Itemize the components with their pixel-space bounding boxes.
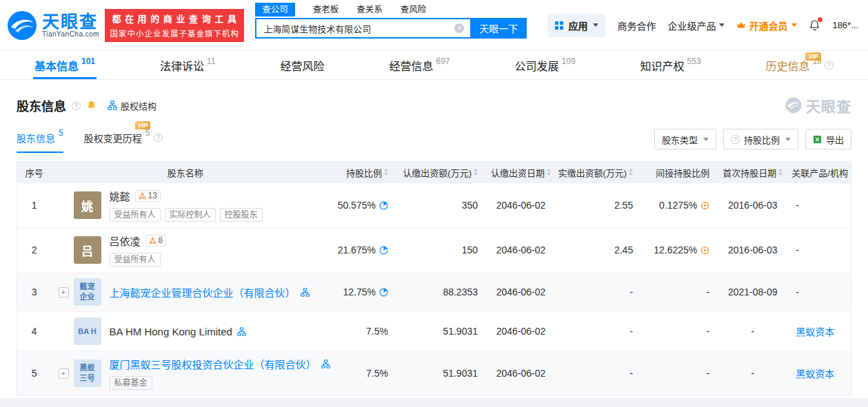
nav-business-cooperation[interactable]: 商务合作 <box>617 19 656 32</box>
ratio-filter-dropdown[interactable]: ? 持股比例 <box>723 129 798 149</box>
main-tab-5[interactable]: 公司发展109 <box>515 51 576 79</box>
tab-label: 公司发展 <box>515 57 559 74</box>
subscribed-amount-cell: 150 <box>395 228 485 273</box>
pie-chart-icon[interactable] <box>379 201 388 210</box>
main-tab-4[interactable]: 经营信息697 <box>390 51 450 79</box>
pie-chart-icon[interactable] <box>379 246 388 255</box>
column-header-label: 认缴出资日期 <box>491 166 545 179</box>
sort-icon[interactable] <box>384 169 388 176</box>
main-tab-2[interactable]: 法律诉讼11 <box>160 51 215 79</box>
column-header: 关联产品/机构 <box>789 162 851 183</box>
related-product: - <box>796 244 799 255</box>
tab-count: 109 <box>562 56 576 66</box>
expand-button[interactable]: + <box>59 368 69 379</box>
related-cell: 黑蚁资本 <box>789 351 851 396</box>
subscribed-amount-cell: 51.9031 <box>395 312 485 351</box>
section-title: 股东信息 <box>17 96 66 114</box>
main-tab-1[interactable]: 基本信息101 <box>34 51 95 79</box>
sort-icon[interactable] <box>629 169 633 176</box>
shareholder-name[interactable]: 姚懿 <box>110 189 130 203</box>
shareholder-type-dropdown[interactable]: 股东类型 <box>654 129 716 149</box>
notification-bell[interactable] <box>809 19 820 32</box>
first-date-cell: 2016-06-03 <box>716 183 789 228</box>
shareholder-type-label: 股东类型 <box>662 133 698 146</box>
nav-enterprise-products[interactable]: 企业级产品 <box>667 19 725 32</box>
equity-structure-icon[interactable] <box>237 327 246 336</box>
nav-open-vip[interactable]: 开通会员 <box>736 19 797 32</box>
row-index-cell: 5 <box>17 351 52 396</box>
top-nav: 应用 商务合作 企业级产品 开通会员 <box>547 14 858 37</box>
equity-structure-icon[interactable] <box>301 288 310 297</box>
subtab-1[interactable]: 股东信息5 <box>17 125 63 153</box>
shareholder-name-cell: 姚姚懿13受益所有人实际控制人控股股东 <box>52 183 319 228</box>
chevron-down-icon <box>785 138 791 141</box>
subscribed-date-cell: 2046-06-02 <box>485 273 557 312</box>
related-cell: - <box>789 228 851 273</box>
graph-badge[interactable]: 8 <box>145 235 167 247</box>
apps-label: 应用 <box>568 19 587 32</box>
penetration-icon[interactable] <box>700 201 709 210</box>
first-date-cell: 2021-08-09 <box>716 273 789 312</box>
tab-label: 经营风险 <box>281 57 325 74</box>
shareholder-name[interactable]: 吕依凌 <box>110 233 141 248</box>
open-vip-label: 开通会员 <box>749 19 787 32</box>
help-icon[interactable]: ? <box>154 133 163 142</box>
subtab-count: 5 <box>145 128 150 138</box>
graph-badge[interactable]: 13 <box>135 190 161 202</box>
related-cell: - <box>789 183 851 228</box>
main-tab-3[interactable]: 经营风险 <box>281 51 325 79</box>
shareholder-table-body: 1姚姚懿13受益所有人实际控制人控股股东50.575%3502046-06-02… <box>17 183 851 396</box>
main-tab-6[interactable]: 知识产权553 <box>640 51 701 79</box>
subtab-count: 5 <box>59 128 63 138</box>
shareholder-name-cell: +黑蚁 三号厦门黑蚁三号股权投资合伙企业（有限合伙）私募基金 <box>52 351 319 396</box>
export-button[interactable]: 导出 <box>805 129 851 149</box>
enterprise-label: 企业级产品 <box>667 19 716 32</box>
related-product[interactable]: 黑蚁资本 <box>796 368 834 379</box>
tab-count: 697 <box>436 56 450 66</box>
search-input[interactable] <box>255 18 470 39</box>
table-row: 2吕吕依凌8受益所有人21.675%1502046-06-022.4512.62… <box>17 228 851 273</box>
column-header-label: 持股比例 <box>346 166 382 179</box>
sort-icon[interactable] <box>778 169 783 176</box>
promo-line1: 都 在 用 的 商 业 查 询 工 具 <box>112 12 237 25</box>
sort-icon[interactable] <box>474 169 478 176</box>
column-header-label: 序号 <box>26 166 43 179</box>
shareholder-name[interactable]: 上海懿宠企业管理合伙企业（有限合伙） <box>110 285 296 300</box>
help-icon[interactable]: ? <box>825 61 834 70</box>
graph-icon <box>139 192 146 200</box>
search-tabs: 查公司查老板查关系查风险 <box>255 3 527 17</box>
watermark-logo-icon <box>785 97 802 114</box>
search-tab-2[interactable]: 查老板 <box>313 3 339 16</box>
watermark-text: 天眼查 <box>806 95 851 116</box>
column-header: 实缴出资额(万元) <box>557 162 640 183</box>
help-icon[interactable]: ? <box>72 101 81 110</box>
pie-chart-icon[interactable] <box>379 288 388 297</box>
brand-domain: TianYanCha.com <box>42 30 99 38</box>
equity-structure-button[interactable]: 股权结构 <box>108 99 157 112</box>
related-product[interactable]: 黑蚁资本 <box>796 326 834 337</box>
subtab-2[interactable]: 股权变更历程5VIP? <box>84 125 163 153</box>
search-tab-4[interactable]: 查风险 <box>401 3 427 16</box>
user-phone[interactable]: 186*... <box>832 20 858 30</box>
tab-label: 法律诉讼 <box>160 57 204 74</box>
org-chart-icon <box>108 101 117 110</box>
first-date-cell: - <box>716 312 789 351</box>
search-tab-1[interactable]: 查公司 <box>255 3 295 17</box>
equity-structure-icon[interactable] <box>321 359 330 368</box>
main-tab-7[interactable]: 历史信息18VIP? <box>766 51 834 79</box>
apps-menu-button[interactable]: 应用 <box>547 14 605 37</box>
subscribe-bell-icon[interactable] <box>86 101 97 111</box>
search-tab-3[interactable]: 查关系 <box>356 3 383 16</box>
shareholder-name[interactable]: 厦门黑蚁三号股权投资合伙企业（有限合伙） <box>110 357 316 371</box>
related-product: - <box>796 286 799 298</box>
penetration-icon[interactable] <box>700 246 709 255</box>
sort-icon[interactable] <box>547 169 551 176</box>
table-header-row: 序号股东名称持股比例认缴出资额(万元)认缴出资日期实缴出资额(万元)间接持股比例… <box>17 162 851 183</box>
tianyancha-logo[interactable]: 天眼查 TianYanCha.com <box>7 10 99 41</box>
subscribed-date-cell: 2046-06-02 <box>485 351 557 396</box>
search-button[interactable]: 天眼一下 <box>470 18 527 39</box>
shareholder-name-cell: BA HBA HM Hong Kong Limited <box>52 312 319 351</box>
indirect-ratio-cell: - <box>640 351 716 396</box>
subscribed-date-cell: 2046-06-02 <box>485 183 557 228</box>
expand-button[interactable]: + <box>59 287 69 298</box>
